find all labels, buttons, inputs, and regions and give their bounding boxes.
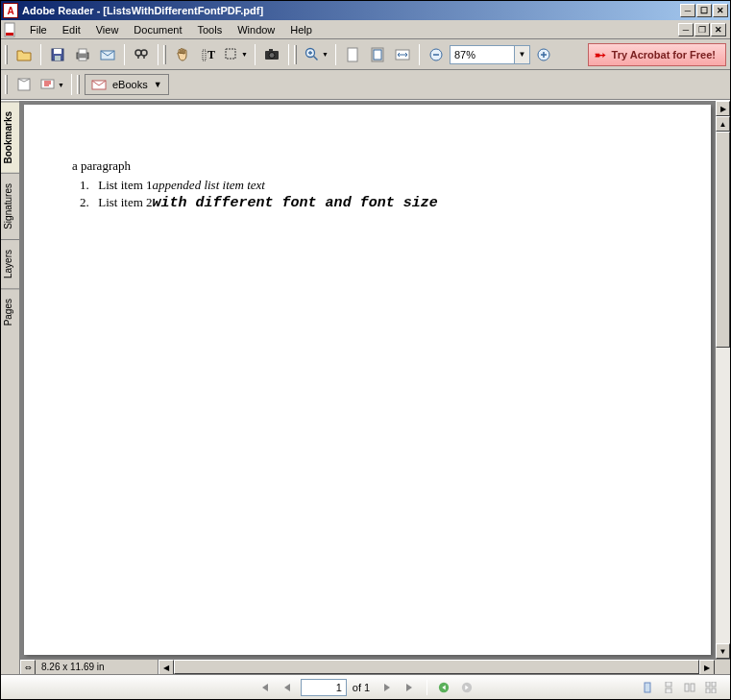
scroll-left-button[interactable]: ◀ [158, 660, 174, 674]
print-button[interactable] [71, 43, 94, 66]
scroll-thumb[interactable] [716, 132, 730, 348]
toolbar-grip[interactable] [294, 45, 297, 64]
tab-pages[interactable]: Pages [1, 288, 19, 335]
text-select-tool-button[interactable]: T [196, 43, 219, 66]
svg-point-9 [135, 50, 141, 56]
window-title: Adobe Reader - [ListsWithDifferentFontPD… [22, 5, 680, 16]
mdi-close-button[interactable]: ✕ [711, 23, 726, 36]
horizontal-scroll-row: ⇔ 8.26 x 11.69 in ◀ ▶ [20, 659, 730, 674]
menu-file[interactable]: File [22, 22, 55, 37]
facing-view-button[interactable] [680, 679, 699, 696]
svg-rect-30 [666, 682, 671, 687]
mdi-minimize-button[interactable]: ─ [678, 23, 694, 36]
zoom-in-plus-button[interactable] [532, 43, 555, 66]
zoom-out-button[interactable] [425, 43, 448, 66]
last-page-button[interactable] [401, 679, 420, 696]
list-appended-text: appended list item text [153, 178, 265, 192]
hscroll-thumb[interactable] [174, 660, 699, 674]
separator [255, 44, 256, 65]
continuous-facing-view-button[interactable] [701, 679, 720, 696]
svg-rect-3 [54, 49, 61, 54]
menu-help[interactable]: Help [282, 22, 320, 37]
actual-size-button[interactable] [341, 43, 364, 66]
tab-bookmarks[interactable]: Bookmarks [1, 101, 19, 173]
separator [40, 44, 41, 65]
tab-signatures[interactable]: Signatures [1, 173, 19, 239]
zoom-in-button[interactable]: ▼ [302, 43, 330, 66]
go-forward-button[interactable] [457, 679, 476, 696]
snapshot-tool-button[interactable] [260, 43, 283, 66]
zoom-value[interactable]: 87% [450, 45, 515, 64]
menu-document[interactable]: Document [126, 22, 189, 37]
review-dropdown-button[interactable]: ▼ [37, 73, 66, 96]
separator [426, 680, 427, 695]
separator [419, 44, 420, 65]
scroll-right-button[interactable]: ▶ [699, 660, 715, 674]
menu-tools[interactable]: Tools [190, 22, 231, 37]
minimize-button[interactable]: ─ [680, 4, 695, 17]
scroll-track[interactable] [716, 132, 730, 643]
go-back-button[interactable] [434, 679, 453, 696]
maximize-button[interactable]: ☐ [696, 4, 712, 17]
menu-edit[interactable]: Edit [55, 22, 88, 37]
svg-point-10 [141, 50, 147, 56]
prev-page-button[interactable] [278, 679, 297, 696]
horizontal-scrollbar[interactable] [174, 660, 699, 674]
svg-rect-24 [18, 79, 30, 90]
first-page-button[interactable] [255, 679, 274, 696]
zoom-dropdown-button[interactable]: ▼ [515, 45, 530, 64]
content-area: Bookmarks Signatures Layers Pages a para… [1, 100, 730, 674]
select-tool-button[interactable]: ▼ [221, 43, 250, 66]
page-number-input[interactable] [301, 679, 347, 696]
toolbar-grip[interactable] [77, 75, 80, 94]
document-scroll-container: a paragraph 1. List item 1appended list … [20, 101, 730, 659]
scroll-up-button[interactable]: ▶ [716, 101, 730, 116]
search-button[interactable] [130, 43, 153, 66]
vertical-scrollbar[interactable]: ▶ ▲ ▼ [715, 101, 730, 659]
titlebar: A Adobe Reader - [ListsWithDifferentFont… [1, 1, 730, 20]
reading-button[interactable] [12, 73, 36, 96]
ebooks-button[interactable]: eBooks ▼ [85, 74, 169, 95]
svg-rect-13 [226, 49, 235, 59]
next-page-button[interactable] [378, 679, 397, 696]
toolbar-grip[interactable] [5, 45, 8, 64]
zoom-combo[interactable]: 87% ▼ [450, 45, 530, 64]
try-acrobat-button[interactable]: ➸ Try Acrobat for Free! [588, 43, 726, 66]
email-button[interactable] [96, 43, 119, 66]
svg-text:T: T [207, 48, 215, 61]
app-icon: A [3, 3, 18, 18]
svg-point-15 [269, 52, 275, 58]
list-item: 2. List item 2with different font and fo… [80, 195, 663, 211]
fit-width-button[interactable] [391, 43, 414, 66]
open-button[interactable] [12, 43, 36, 66]
menu-view[interactable]: View [88, 22, 127, 37]
tab-layers[interactable]: Layers [1, 239, 19, 288]
svg-rect-32 [685, 684, 689, 691]
panel-toggle-button[interactable]: ⇔ [20, 660, 36, 674]
scroll-line-down-button[interactable]: ▼ [716, 643, 730, 659]
svg-rect-20 [374, 50, 381, 60]
separator [158, 44, 158, 65]
close-button[interactable]: ✕ [713, 4, 728, 17]
toolbar-grip[interactable] [5, 75, 8, 94]
hand-tool-button[interactable] [171, 43, 194, 66]
svg-rect-37 [712, 688, 716, 693]
list-main-text: List item 1 [98, 178, 152, 192]
ebooks-label: eBooks [112, 79, 148, 90]
fit-page-button[interactable] [366, 43, 389, 66]
toolbar-grip[interactable] [163, 45, 166, 64]
scroll-line-up-button[interactable]: ▲ [716, 116, 730, 132]
chevron-down-icon: ▼ [154, 80, 162, 89]
menu-window[interactable]: Window [230, 22, 282, 37]
mdi-restore-button[interactable]: ❐ [694, 23, 710, 36]
svg-rect-11 [203, 50, 206, 60]
continuous-view-button[interactable] [659, 679, 678, 696]
menubar: File Edit View Document Tools Window Hel… [1, 20, 730, 39]
page-navigation: of 1 [255, 679, 476, 696]
single-page-view-button[interactable] [638, 679, 657, 696]
save-button[interactable] [46, 43, 69, 66]
document-canvas[interactable]: a paragraph 1. List item 1appended list … [20, 101, 715, 659]
svg-rect-7 [79, 58, 86, 60]
svg-rect-35 [712, 682, 716, 687]
try-acrobat-label: Try Acrobat for Free! [612, 49, 716, 60]
